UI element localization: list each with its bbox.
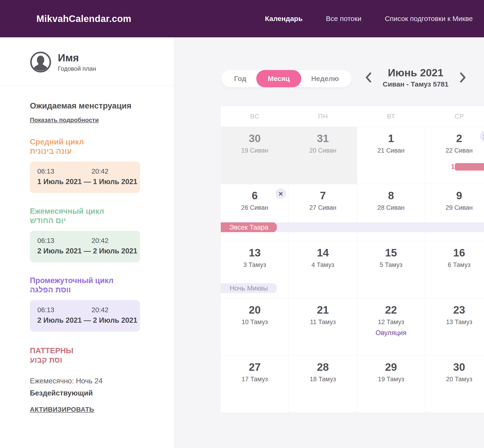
cycle-section-3: Промежуточный циклווסת הפלגה06:1320:422 … xyxy=(30,276,154,332)
profile-name: Имя xyxy=(58,52,96,64)
sidebar-content: Ожидаемая менструация Показать подробнос… xyxy=(0,101,174,432)
day-number: 9 xyxy=(425,190,484,201)
weekday-label: ВТ xyxy=(357,113,425,120)
hebrew-date: 20 Тамуз xyxy=(425,376,484,383)
day-cell[interactable]: 121 Сиван xyxy=(357,127,425,184)
day-cell[interactable]: 166 Тамуз xyxy=(425,241,484,298)
nav-item-3[interactable]: Список подготовки к Микве xyxy=(385,15,473,23)
patterns-schedule: Ежемесячно: Ночь 24 xyxy=(30,377,154,385)
close-icon[interactable]: × xyxy=(275,188,286,199)
cycle-hebrew-title: עונה בינונית xyxy=(30,146,154,156)
app-logo[interactable]: MikvahCalendar.com xyxy=(36,14,131,24)
calendar-week-row: 133 ТамузНочь Миквы144 Тамуз155 Тамуз166… xyxy=(221,241,484,298)
weekday-label: СР xyxy=(425,113,484,120)
cycle-start-time: 06:13 xyxy=(37,237,91,245)
day-number: 27 xyxy=(221,361,289,373)
cycles-list: Средний циклעונה בינונית06:1320:421 Июль… xyxy=(30,137,154,332)
day-cell[interactable]: 929 Сиван xyxy=(425,184,484,241)
day-cell[interactable]: 727 Сиван xyxy=(289,184,357,241)
day-number: 15 xyxy=(357,247,425,258)
hebrew-date: 13 Тамуз xyxy=(425,319,484,326)
weekday-label: ВС xyxy=(221,113,289,120)
avatar-icon xyxy=(30,51,51,73)
next-month-button[interactable] xyxy=(458,71,468,84)
day-cell[interactable]: 2010 Тамуз xyxy=(221,298,289,355)
cycle-hebrew-title: ווסת הפלגה xyxy=(30,285,154,295)
patterns-status: Бездействующий xyxy=(30,389,154,397)
show-details-link[interactable]: Показать подробности xyxy=(30,116,99,124)
cycle-section-1: Средний циклעונה בינונית06:1320:421 Июль… xyxy=(30,137,154,193)
calendar-week-row: 3019 Сиван3120 Сиван121 Сиван222 Сиван13… xyxy=(221,127,484,184)
day-number: 8 xyxy=(357,190,425,201)
calendar-weeks: 3019 Сиван3120 Сиван121 Сиван222 Сиван13… xyxy=(221,127,484,413)
cycle-end-time: 20:42 xyxy=(91,168,109,175)
patterns-title: ПАТТЕРНЫ xyxy=(30,346,154,355)
profile-block[interactable]: Имя Годовой план xyxy=(0,37,174,86)
view-toggle: ГодМесяцНеделю xyxy=(221,70,351,87)
nav-item-1[interactable]: Календарь xyxy=(265,15,302,23)
day-cell[interactable]: 2717 Тамуз xyxy=(221,356,289,413)
view-toggle-месяц[interactable]: Месяц xyxy=(256,70,301,87)
day-number: 20 xyxy=(221,304,289,316)
day-cell[interactable]: 2919 Тамуз xyxy=(357,356,425,413)
hebrew-date: 26 Сиван xyxy=(221,204,289,211)
cycle-date-range: 2 Июль 2021 — 2 Июль 2021 xyxy=(37,316,140,325)
hebrew-date: 21 Сиван xyxy=(357,147,425,154)
hebrew-date: 10 Тамуз xyxy=(221,319,289,326)
cycle-date-range: 1 Июль 2021 — 1 Июль 2021 xyxy=(37,177,140,186)
day-cell[interactable]: 144 Тамуз xyxy=(289,241,357,298)
day-number: 16 xyxy=(425,247,484,258)
cycle-card: 06:1320:422 Июль 2021 — 2 Июль 2021 xyxy=(30,300,140,332)
event-band-label[interactable]: Эвсек Таара xyxy=(221,222,277,232)
hebrew-date: 19 Тамуз xyxy=(357,376,425,383)
cycle-start-time: 06:13 xyxy=(37,168,91,175)
day-cell[interactable]: 2313 Тамуз xyxy=(425,298,484,355)
hebrew-date: 12 Тамуз xyxy=(357,319,425,326)
app-body: Имя Годовой план Ожидаемая менструация П… xyxy=(0,37,484,448)
cycle-end-time: 20:42 xyxy=(91,306,109,314)
day-cell[interactable]: 3020 Тамуз xyxy=(425,356,484,413)
day-cell[interactable]: 222 Сиван13:30× xyxy=(425,127,484,184)
activate-link[interactable]: АКТИВИЗИРОВАТЬ xyxy=(30,406,94,413)
cycle-hebrew-title: יום החודש xyxy=(30,216,154,225)
view-toggle-год[interactable]: Год xyxy=(224,70,256,87)
section-title: Ожидаемая менструация xyxy=(30,101,154,110)
patterns-section: ПАТТЕРНЫ וסת קבוע Ежемесячно: Ночь 24 Бе… xyxy=(30,346,154,432)
day-cell[interactable]: 133 ТамузНочь Миквы xyxy=(221,241,289,298)
day-cell[interactable]: 3019 Сиван xyxy=(221,127,289,184)
hebrew-date: 27 Сиван xyxy=(289,204,357,211)
day-cell[interactable]: 155 Тамуз xyxy=(357,241,425,298)
hebrew-date: 18 Тамуз xyxy=(289,376,357,383)
day-cell[interactable]: 828 Сиван xyxy=(357,184,425,241)
hebrew-date: 28 Сиван xyxy=(357,204,425,211)
hebrew-date: 5 Тамуз xyxy=(357,261,425,269)
cycle-card: 06:1320:422 Июль 2021 — 2 Июль 2021 xyxy=(30,231,140,262)
day-cell[interactable]: 626 Сиван× xyxy=(221,184,289,241)
mikvah-night-pill[interactable]: Ночь Миквы xyxy=(221,283,277,293)
profile-plan: Годовой план xyxy=(58,65,96,72)
hebrew-date: 3 Тамуз xyxy=(221,261,289,269)
cycle-start-time: 06:13 xyxy=(37,306,91,314)
patterns-hebrew-title: וסת קבוע xyxy=(30,355,154,365)
day-cell[interactable]: 3120 Сиван xyxy=(289,127,357,184)
hebrew-date: 6 Тамуз xyxy=(425,261,484,269)
event-bar[interactable] xyxy=(455,163,484,171)
cycle-times: 06:1320:42 xyxy=(37,168,140,175)
day-number: 14 xyxy=(289,247,357,258)
weekday-header-row: ВСПНВТСР xyxy=(221,106,484,127)
nav-item-2[interactable]: Все потоки xyxy=(326,15,362,23)
month-title: Июнь 2021 xyxy=(383,67,449,79)
calendar-panel: ГодМесяцНеделю Июнь 2021 Сиван - Тамуз 5… xyxy=(174,37,484,448)
calendar-grid: ВСПНВТСР 3019 Сиван3120 Сиван121 Сиван22… xyxy=(221,106,484,413)
day-cell[interactable]: 2212 ТамузОвуляция xyxy=(357,298,425,355)
day-number: 7 xyxy=(289,190,357,201)
day-cell[interactable]: 2818 Тамуз xyxy=(289,356,357,413)
day-cell[interactable]: 2111 Тамуз xyxy=(289,298,357,355)
prev-month-button[interactable] xyxy=(363,71,373,84)
day-number: 29 xyxy=(357,361,425,373)
calendar-week-row: 2717 Тамуз2818 Тамуз2919 Тамуз3020 Тамуз xyxy=(221,355,484,413)
hebrew-date: 19 Сиван xyxy=(221,147,289,154)
cycle-title: Средний цикл xyxy=(30,137,154,146)
day-number: 30 xyxy=(221,133,289,144)
view-toggle-неделю[interactable]: Неделю xyxy=(301,70,349,87)
